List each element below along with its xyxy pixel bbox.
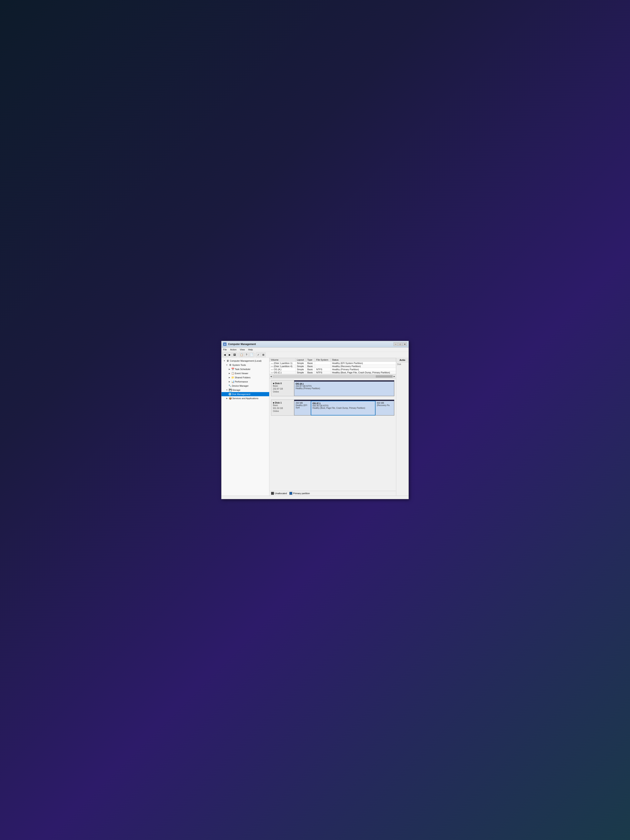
- disk1-rec-size: 800 MB: [377, 402, 393, 404]
- sidebar-item-event-viewer[interactable]: ▶ 📋 Event Viewer: [221, 371, 269, 376]
- disk0-type: Basic: [273, 385, 292, 387]
- disk1-row: ■ Disk 1 Basic 931.50 GB Online 260: [271, 400, 394, 415]
- scroll-right-arrow[interactable]: ▶: [393, 375, 395, 377]
- menu-file[interactable]: File: [221, 348, 229, 351]
- col-filesystem[interactable]: File System: [315, 358, 331, 362]
- disk0-size: 232.87 GB: [273, 387, 292, 390]
- disk1-name: ■ Disk 1: [273, 401, 292, 404]
- col-type[interactable]: Type: [306, 358, 315, 362]
- services-expand: ▶: [226, 397, 228, 399]
- h-scrollbar-track[interactable]: [273, 375, 393, 378]
- disk1-partition-osc[interactable]: OS (C:) 930.46 GB NTFS Healthy (Boot, Pa…: [311, 401, 376, 415]
- table-scroll-area[interactable]: ◀ ▶: [269, 374, 396, 379]
- sidebar-item-system-tools[interactable]: ▼ ⚙ System Tools: [221, 363, 269, 367]
- disk1-partition-efi[interactable]: 260 MB Healthy (EFI Syst: [294, 401, 311, 415]
- row0-layout: Simple: [295, 362, 306, 365]
- row2-layout: Simple: [295, 368, 306, 371]
- row1-status: Healthy (Recovery Partition): [331, 365, 396, 368]
- h-scrollbar-thumb[interactable]: [376, 376, 393, 377]
- row2-status: Healthy (Primary Partition): [331, 368, 396, 371]
- sidebar-item-services[interactable]: ▶ 📦 Services and Applications: [221, 396, 269, 400]
- disk0-p0-name: OS (A:): [295, 382, 393, 385]
- close-button[interactable]: ✕: [403, 342, 407, 346]
- legend-bar: Unallocated Primary partition: [269, 491, 396, 496]
- disk1-efi-size: 260 MB: [295, 402, 309, 404]
- table-row[interactable]: — OS (C:) Simple Basic NTFS Healthy (Boo…: [270, 371, 396, 374]
- task-scheduler-expand: ▶: [228, 368, 231, 370]
- row2-volume: — OS (A:): [270, 368, 295, 371]
- actions-header: Actio: [396, 358, 409, 362]
- row3-layout: Simple: [295, 371, 306, 374]
- sidebar-item-shared-folders[interactable]: ▶ 📁 Shared Folders: [221, 376, 269, 380]
- grid-button[interactable]: ⊞: [261, 352, 265, 357]
- sidebar-item-disk-management[interactable]: 💿 Disk Management: [221, 392, 269, 396]
- row3-fs: NTFS: [315, 371, 331, 374]
- minimize-button[interactable]: ─: [393, 342, 398, 346]
- disk1-type: Basic: [273, 404, 292, 407]
- services-icon: 📦: [229, 397, 232, 400]
- table-row[interactable]: — OS (A:) Simple Basic NTFS Healthy (Pri…: [270, 368, 396, 371]
- menu-view[interactable]: View: [238, 348, 246, 351]
- back-button[interactable]: ◀: [222, 352, 227, 357]
- disk0-row: ■ Disk 0 Basic 232.87 GB Online OS (A:): [271, 381, 394, 396]
- maximize-button[interactable]: □: [398, 342, 402, 346]
- root-expand-icon: ▼: [223, 360, 226, 362]
- disk1-osc-name: OS (C:): [313, 402, 374, 404]
- show-hide-button[interactable]: 📋: [239, 352, 244, 357]
- disk-table: Volume Layout Type File System Status — …: [269, 358, 396, 374]
- col-layout[interactable]: Layout: [295, 358, 306, 362]
- performance-expand: ▶: [228, 381, 231, 383]
- system-tools-icon: ⚙: [229, 363, 232, 367]
- forward-button[interactable]: ▶: [227, 352, 232, 357]
- row3-type: Basic: [306, 371, 315, 374]
- disk0-p0-size: 232.87 GB NTFS: [295, 385, 393, 387]
- disk0-partition0[interactable]: OS (A:) 232.87 GB NTFS Healthy (Primary …: [294, 382, 394, 396]
- row1-layout: Simple: [295, 365, 306, 368]
- properties-button[interactable]: 📄: [249, 352, 254, 357]
- unallocated-swatch: [271, 492, 274, 495]
- status-bar: [221, 496, 409, 499]
- shared-folders-icon: 📁: [231, 376, 234, 379]
- disk0-name: ■ Disk 0: [273, 382, 292, 385]
- sidebar-tree: ▼ 🖥 Computer Management (Local) ▼ ⚙ Syst…: [221, 358, 269, 496]
- disk1-status: Online: [273, 410, 292, 413]
- disk0-label: ■ Disk 0 Basic 232.87 GB Online: [271, 381, 294, 396]
- disk1-partition-recovery[interactable]: 800 MB (Recovery Pa: [376, 401, 394, 415]
- sidebar-item-storage[interactable]: ▼ 💾 Storage: [221, 388, 269, 392]
- window-title: Computer Management: [228, 343, 256, 346]
- disk1-partitions: 260 MB Healthy (EFI Syst OS (C:) 930.46 …: [294, 400, 394, 415]
- check-button[interactable]: ✓: [256, 352, 261, 357]
- sidebar-item-task-scheduler[interactable]: ▶ 📅 Task Scheduler: [221, 367, 269, 371]
- storage-expand: ▼: [226, 389, 228, 391]
- row2-type: Basic: [306, 368, 315, 371]
- table-row[interactable]: — (Disk 1 partition 1) Simple Basic Heal…: [270, 362, 396, 365]
- row0-status: Healthy (EFI System Partition): [331, 362, 396, 365]
- col-volume[interactable]: Volume: [270, 358, 295, 362]
- sidebar-item-device-manager[interactable]: 🔧 Device Manager: [221, 384, 269, 388]
- row1-volume: — (Disk 1 partition 4): [270, 365, 295, 368]
- table-row[interactable]: — (Disk 1 partition 4) Simple Basic Heal…: [270, 365, 396, 368]
- up-button[interactable]: 🖼: [232, 352, 237, 357]
- menu-action[interactable]: Action: [229, 348, 238, 351]
- disk0-block: ■ Disk 0 Basic 232.87 GB Online OS (A:): [271, 380, 395, 396]
- disk-actions-label: Disk: [396, 362, 409, 366]
- row0-volume: — (Disk 1 partition 1): [270, 362, 295, 365]
- scroll-left-arrow[interactable]: ◀: [270, 375, 272, 377]
- performance-label: Performance: [235, 381, 248, 383]
- help-button[interactable]: ?: [244, 352, 249, 357]
- primary-label: Primary partition: [293, 492, 310, 494]
- storage-icon: 💾: [229, 388, 232, 392]
- disk0-status: Online: [273, 390, 292, 393]
- system-tools-expand: ▼: [226, 364, 228, 366]
- sidebar-root[interactable]: ▼ 🖥 Computer Management (Local): [221, 359, 269, 363]
- title-bar: 🖥 Computer Management ─ □ ✕: [221, 341, 409, 347]
- root-icon: 🖥: [226, 359, 229, 363]
- row1-type: Basic: [306, 365, 315, 368]
- row0-type: Basic: [306, 362, 315, 365]
- sidebar-root-label: Computer Management (Local): [230, 360, 262, 362]
- menu-help[interactable]: Help: [246, 348, 254, 351]
- col-status[interactable]: Status: [331, 358, 396, 362]
- sidebar-item-performance[interactable]: ▶ 📊 Performance: [221, 380, 269, 384]
- primary-swatch: [289, 492, 292, 495]
- row1-fs: [315, 365, 331, 368]
